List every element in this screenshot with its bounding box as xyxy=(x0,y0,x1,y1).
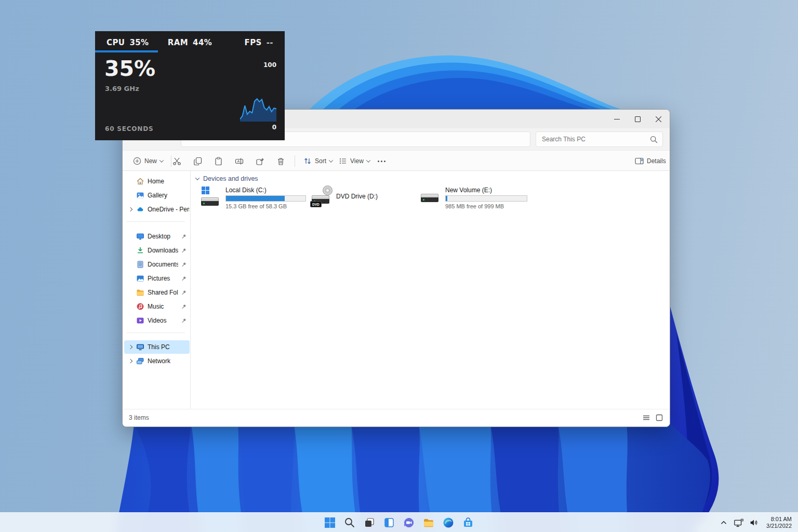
drive-tile-new-volume-e[interactable]: New Volume (E:) 985 MB free of 999 MB xyxy=(420,187,527,209)
dvd-badge: DVD xyxy=(310,201,322,207)
capacity-bar xyxy=(445,195,527,202)
group-header-label: Devices and drives xyxy=(203,175,258,182)
desktop-icon xyxy=(136,232,144,241)
sidebar-item-label: Videos xyxy=(148,317,178,324)
view-button[interactable]: View xyxy=(335,153,374,169)
details-view-toggle[interactable] xyxy=(642,414,650,422)
sidebar-item-label: Downloads xyxy=(148,247,178,254)
performance-overlay[interactable]: CPU 35% RAM 44% FPS -- 35% 3.69 GHz 60 S… xyxy=(95,31,285,140)
large-thumbnails-view-toggle[interactable] xyxy=(655,414,663,422)
chevron-down-icon xyxy=(195,176,200,180)
cpu-usage-value: 35% xyxy=(104,56,155,81)
close-button[interactable] xyxy=(648,110,669,128)
file-explorer-icon xyxy=(423,517,434,528)
sidebar-item-music[interactable]: Music xyxy=(124,300,190,313)
sidebar-item-pictures[interactable]: Pictures xyxy=(124,272,190,285)
sidebar-item-onedrive[interactable]: OneDrive - Persona xyxy=(124,203,190,216)
sidebar-item-shared-folders[interactable]: Shared Folders xyxy=(124,286,190,299)
view-label: View xyxy=(350,157,364,165)
active-tab-indicator xyxy=(95,50,158,52)
cpu-frequency: 3.69 GHz xyxy=(105,85,139,92)
sidebar-item-downloads[interactable]: Downloads xyxy=(124,244,190,257)
taskbar-clock[interactable]: 8:01 AM 3/21/2022 xyxy=(763,516,795,529)
pin-icon xyxy=(181,276,187,281)
sidebar-item-videos[interactable]: Videos xyxy=(124,314,190,327)
pin-icon xyxy=(181,290,187,295)
ellipsis-icon xyxy=(378,161,385,162)
share-button[interactable] xyxy=(250,153,269,169)
chevron-down-icon xyxy=(159,158,164,162)
widgets-button[interactable] xyxy=(382,516,396,529)
view-icon xyxy=(339,157,347,165)
search-icon xyxy=(650,136,658,143)
tab-label: CPU xyxy=(107,38,125,47)
sort-button[interactable]: Sort xyxy=(299,153,337,169)
desktop: New xyxy=(0,0,798,532)
pin-icon xyxy=(181,234,187,239)
microsoft-store-button[interactable] xyxy=(461,516,475,529)
microsoft-store-icon xyxy=(462,517,474,528)
network-icon[interactable] xyxy=(733,517,744,528)
maximize-icon xyxy=(635,116,641,122)
file-explorer-button[interactable] xyxy=(422,516,435,529)
group-header-devices-and-drives[interactable]: Devices and drives xyxy=(196,175,258,182)
sidebar-item-network[interactable]: Network xyxy=(124,354,190,368)
edge-button[interactable] xyxy=(442,516,455,529)
task-view-button[interactable] xyxy=(363,516,376,529)
graph-max-label: 100 xyxy=(263,61,276,69)
paste-button[interactable] xyxy=(209,153,228,169)
search-box[interactable] xyxy=(536,131,663,147)
rename-icon: A xyxy=(235,157,244,166)
more-options-button[interactable] xyxy=(373,153,390,169)
drive-tile-local-disk-c[interactable]: Local Disk (C:) 15.3 GB free of 58.3 GB xyxy=(201,187,306,209)
rename-button[interactable]: A xyxy=(230,153,248,169)
new-button[interactable]: New xyxy=(129,153,167,169)
taskbar-search-button[interactable] xyxy=(343,516,356,529)
maximize-button[interactable] xyxy=(627,110,648,128)
tab-value: 35% xyxy=(129,38,149,47)
sidebar-item-home[interactable]: Home xyxy=(124,175,190,188)
tab-cpu[interactable]: CPU 35% xyxy=(107,38,162,47)
minimize-button[interactable] xyxy=(606,110,627,128)
sidebar-item-desktop[interactable]: Desktop xyxy=(124,230,190,243)
volume-icon[interactable] xyxy=(749,517,759,528)
task-view-icon xyxy=(364,517,375,528)
tab-ram[interactable]: RAM 44% xyxy=(162,38,218,47)
network-icon xyxy=(136,357,144,365)
hidden-icons-chevron[interactable] xyxy=(719,517,729,528)
details-button[interactable]: Details xyxy=(631,153,670,169)
drive-capacity-text: 15.3 GB free of 58.3 GB xyxy=(225,203,306,209)
sidebar-item-label: Network xyxy=(148,357,190,365)
tab-fps[interactable]: FPS -- xyxy=(218,38,273,47)
drive-tile-dvd-d[interactable]: DVD DVD Drive (D:) xyxy=(311,187,378,207)
sidebar-item-label: This PC xyxy=(148,343,190,351)
chat-button[interactable] xyxy=(402,516,416,529)
sidebar-item-this-pc[interactable]: This PC xyxy=(124,340,190,354)
drive-name: Local Disk (C:) xyxy=(225,187,306,194)
clock-date: 3/21/2022 xyxy=(766,523,792,529)
svg-text:A: A xyxy=(237,159,240,164)
paste-icon xyxy=(214,157,223,166)
start-button[interactable] xyxy=(323,516,337,529)
windows-start-icon xyxy=(324,517,336,528)
sidebar-item-gallery[interactable]: Gallery xyxy=(124,189,190,202)
sidebar-item-label: Desktop xyxy=(148,233,178,240)
search-input[interactable] xyxy=(536,132,662,147)
videos-icon xyxy=(136,316,144,325)
chevron-right-icon[interactable] xyxy=(128,345,132,349)
cut-button[interactable] xyxy=(167,153,186,169)
copy-button[interactable] xyxy=(188,153,207,169)
sidebar-item-label: Home xyxy=(148,178,190,185)
chevron-right-icon[interactable] xyxy=(128,359,132,363)
chevron-down-icon xyxy=(329,158,333,162)
pin-icon xyxy=(181,262,187,267)
delete-button[interactable] xyxy=(271,153,290,169)
chevron-right-icon[interactable] xyxy=(128,207,132,211)
details-pane-icon xyxy=(635,157,644,165)
sidebar-item-documents[interactable]: Documents xyxy=(124,258,190,271)
pin-icon xyxy=(181,318,187,323)
tab-label: FPS xyxy=(244,38,261,47)
command-bar: New xyxy=(123,150,670,171)
copy-icon xyxy=(193,157,202,166)
sidebar-item-label: OneDrive - Persona xyxy=(148,206,190,213)
